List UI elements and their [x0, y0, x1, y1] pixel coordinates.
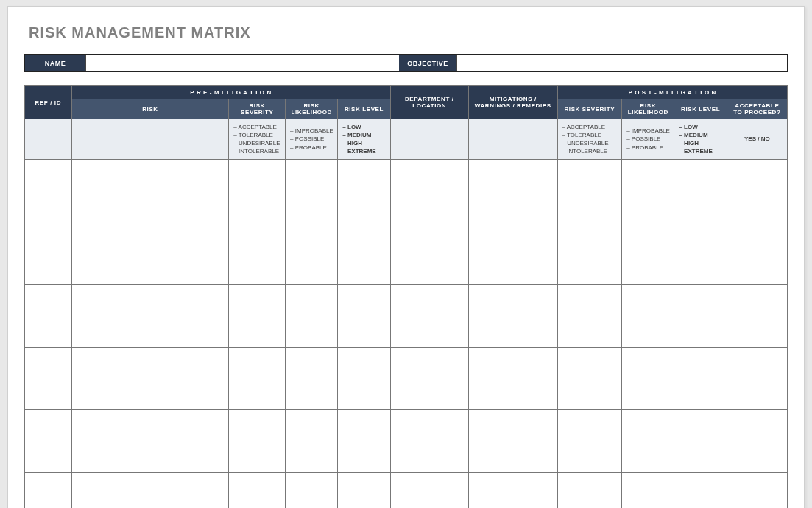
cell-sev[interactable]: [229, 348, 286, 410]
cell-dept[interactable]: [390, 348, 468, 410]
cell-mit[interactable]: [468, 410, 557, 473]
cell-lvl[interactable]: [338, 285, 390, 348]
cell-lvl[interactable]: [338, 160, 390, 222]
cell-ref[interactable]: [25, 160, 72, 222]
cell-lik[interactable]: [286, 410, 338, 473]
cell-risk[interactable]: [71, 285, 229, 348]
cell-lvl2[interactable]: [674, 348, 727, 410]
cell-risk[interactable]: [71, 410, 229, 473]
cell-lvl[interactable]: [338, 410, 390, 473]
col-risk-likelihood-post: RISK LIKELIHOOD: [622, 99, 674, 119]
cell-dept[interactable]: [390, 410, 468, 473]
cell-sev2[interactable]: [557, 222, 622, 285]
legend-likelihood-post: – IMPROBABLE – POSSIBLE – PROBABLE: [622, 119, 674, 160]
cell-sev2[interactable]: [557, 285, 622, 348]
cell-mit[interactable]: [468, 348, 557, 410]
cell-lvl2[interactable]: [674, 222, 727, 285]
cell-ref[interactable]: [25, 222, 72, 285]
cell-lik2[interactable]: [622, 348, 674, 410]
cell-risk[interactable]: [71, 222, 229, 285]
cell-lik2[interactable]: [622, 410, 674, 473]
cell-proc[interactable]: [727, 473, 787, 509]
cell-proc[interactable]: [727, 348, 787, 410]
legend-level-post: – LOW – MEDIUM – HIGH – EXTREME: [674, 119, 727, 160]
topbar: NAME OBJECTIVE: [24, 54, 788, 72]
cell-lik2[interactable]: [622, 285, 674, 348]
cell-lik2[interactable]: [622, 222, 674, 285]
name-label: NAME: [25, 55, 85, 71]
col-risk-severity-post: RISK SEVERITY: [557, 99, 622, 119]
cell-lvl[interactable]: [338, 348, 390, 410]
cell-mit[interactable]: [468, 473, 557, 509]
cell-risk[interactable]: [71, 160, 229, 222]
cell-sev[interactable]: [229, 410, 286, 473]
objective-field[interactable]: [456, 55, 787, 71]
cell-lik[interactable]: [286, 160, 338, 222]
cell-mit[interactable]: [468, 222, 557, 285]
legend-severity: – ACCEPTABLE – TOLERABLE – UNDESIRABLE –…: [229, 119, 286, 160]
cell-ref[interactable]: [25, 473, 72, 509]
cell-dept[interactable]: [390, 160, 468, 222]
cell-lik[interactable]: [286, 473, 338, 509]
cell-mit[interactable]: [468, 285, 557, 348]
cell-sev[interactable]: [229, 473, 286, 509]
col-risk-level-post: RISK LEVEL: [674, 99, 727, 119]
cell-ref[interactable]: [25, 285, 72, 348]
cell-risk[interactable]: [71, 473, 229, 509]
col-acceptable: ACCEPTABLE TO PROCEED?: [727, 99, 787, 119]
cell-dept[interactable]: [390, 222, 468, 285]
legend-dept: [390, 119, 468, 160]
cell-sev[interactable]: [229, 222, 286, 285]
cell-proc[interactable]: [727, 160, 787, 222]
cell-lvl2[interactable]: [674, 410, 727, 473]
cell-sev2[interactable]: [557, 473, 622, 509]
legend-mit: [468, 119, 557, 160]
col-pre-mitigation: P R E - M I T I G A T I O N: [71, 86, 390, 99]
cell-ref[interactable]: [25, 348, 72, 410]
cell-lvl[interactable]: [338, 222, 390, 285]
cell-lvl2[interactable]: [674, 285, 727, 348]
table-row: [25, 222, 788, 285]
table-row: [25, 348, 788, 410]
col-post-mitigation: P O S T - M I T I G A T I O N: [557, 86, 788, 99]
cell-lik[interactable]: [286, 285, 338, 348]
page: RISK MANAGEMENT MATRIX NAME OBJECTIVE RE…: [7, 6, 805, 508]
cell-ref[interactable]: [25, 410, 72, 473]
cell-lik[interactable]: [286, 222, 338, 285]
cell-lvl[interactable]: [338, 473, 390, 509]
table-row: [25, 160, 788, 222]
cell-sev2[interactable]: [557, 410, 622, 473]
cell-lik2[interactable]: [622, 473, 674, 509]
cell-proc[interactable]: [727, 222, 787, 285]
col-risk-severity: RISK SEVERITY: [229, 99, 286, 119]
cell-proc[interactable]: [727, 410, 787, 473]
cell-dept[interactable]: [390, 473, 468, 509]
name-field[interactable]: [85, 55, 399, 71]
legend-likelihood: – IMPROBABLE – POSSIBLE – PROBABLE: [286, 119, 338, 160]
col-mitigations: MITIGATIONS / WARNINGS / REMEDIES: [468, 86, 557, 119]
cell-lik[interactable]: [286, 348, 338, 410]
cell-proc[interactable]: [727, 285, 787, 348]
cell-risk[interactable]: [71, 348, 229, 410]
risk-matrix-table: REF / ID P R E - M I T I G A T I O N DEP…: [24, 85, 788, 508]
page-title: RISK MANAGEMENT MATRIX: [29, 24, 788, 41]
cell-dept[interactable]: [390, 285, 468, 348]
col-risk: RISK: [71, 99, 229, 119]
cell-sev[interactable]: [229, 160, 286, 222]
cell-sev2[interactable]: [557, 348, 622, 410]
cell-lvl2[interactable]: [674, 160, 727, 222]
col-ref-id: REF / ID: [25, 86, 72, 119]
legend-risk: [71, 119, 229, 160]
cell-mit[interactable]: [468, 160, 557, 222]
col-department: DEPARTMENT / LOCATION: [390, 86, 468, 119]
cell-sev[interactable]: [229, 285, 286, 348]
col-risk-level: RISK LEVEL: [338, 99, 390, 119]
cell-lvl2[interactable]: [674, 473, 727, 509]
legend-level: – LOW – MEDIUM – HIGH – EXTREME: [338, 119, 390, 160]
cell-lik2[interactable]: [622, 160, 674, 222]
table-row: [25, 285, 788, 348]
objective-label: OBJECTIVE: [399, 55, 456, 71]
cell-sev2[interactable]: [557, 160, 622, 222]
col-risk-likelihood: RISK LIKELIHOOD: [286, 99, 338, 119]
table-row: [25, 410, 788, 473]
